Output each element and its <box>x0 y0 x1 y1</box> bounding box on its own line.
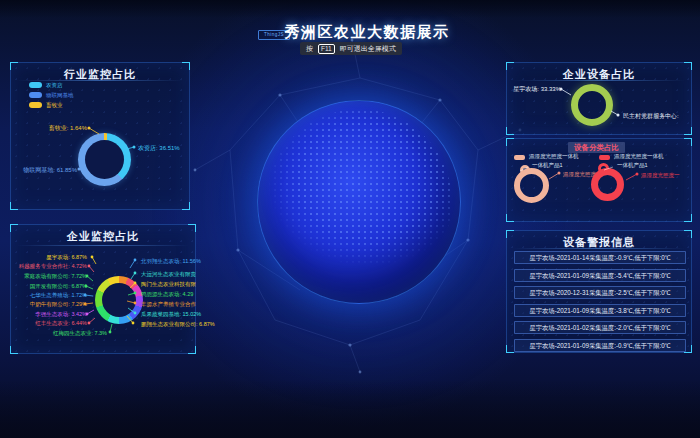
legend-swatch <box>514 155 525 160</box>
tip-prefix: 按 <box>306 45 313 52</box>
pie-label: 农资店: 36.51% <box>138 145 180 152</box>
legend-label[interactable]: 一体机产品1 <box>617 162 648 169</box>
pie-label: 星宇农场: 33.33% <box>509 86 561 93</box>
donut-hole <box>85 140 124 179</box>
pie-label: 鸭思源生态农场: 4.29 <box>141 291 193 298</box>
panel-device-classification: 设备分类占比 温湿度光照度一体机 一体机产品1 温湿度光照度一 温湿度光照度一体… <box>506 138 692 222</box>
corner-decoration <box>684 127 692 135</box>
fullscreen-tip: 按 F11 即可退出全屏模式 <box>300 42 402 55</box>
pie-label: 民主村党群服务中心: <box>623 113 679 120</box>
alarm-row: 星宇农场-2021-01-02采集温度:-2.0℃,低于下限:0℃ <box>514 321 686 334</box>
pie-label: 红丰生态农业: 6.44% <box>13 320 87 327</box>
donut-hole <box>102 283 136 317</box>
divider <box>17 245 189 246</box>
legend-swatch <box>29 82 42 88</box>
corner-decoration <box>10 346 18 354</box>
divider <box>513 248 685 249</box>
panel-title: 企业监控占比 <box>11 229 195 244</box>
legend-label: 畜牧业 <box>46 102 63 108</box>
class-donut-left[interactable] <box>514 168 549 203</box>
globe-dot-map <box>266 109 452 295</box>
top-band <box>0 0 700 18</box>
panel-industry-monitor: 行业监控占比 农资店 物联网基地 畜牧业 畜牧业: 1.64% 农资店: 36.… <box>10 62 190 210</box>
corner-decoration <box>506 138 514 146</box>
f11-key: F11 <box>318 44 335 54</box>
industry-donut-chart[interactable] <box>78 133 131 186</box>
corner-decoration <box>506 345 514 353</box>
enterprise-donut-chart[interactable] <box>95 276 143 324</box>
legend-label[interactable]: 温湿度光照度一体机 <box>614 153 664 160</box>
legend-swatch <box>599 155 610 160</box>
pie-label: 畜牧业: 1.64% <box>31 125 87 132</box>
panel-device-ratio: 企业设备占比 星宇农场: 33.33% 民主村党群服务中心: <box>506 62 692 135</box>
panel-title: 设备分类占比 <box>568 142 625 153</box>
pie-label: 北羽翔生态农场: 11.56% <box>141 258 201 265</box>
legend-label: 农资店 <box>46 82 63 88</box>
corner-decoration <box>10 202 18 210</box>
alarm-row: 星宇农场-2021-01-14采集温度:-0.9℃,低于下限:0℃ <box>514 251 686 264</box>
legend-swatch <box>29 102 42 108</box>
device-donut-chart[interactable] <box>571 84 613 126</box>
divider <box>17 80 183 81</box>
dashboard-screen: ThingJS 秀洲区农业大数据展示 按 F11 即可退出全屏模式 行业监控占比… <box>0 0 700 438</box>
panel-device-alarms: 设备警报信息 星宇农场-2021-01-14采集温度:-0.9℃,低于下限:0℃… <box>506 230 692 353</box>
alarm-row: 星宇农场-2021-01-09采集温度:-0.9℃,低于下限:0℃ <box>514 339 686 352</box>
corner-decoration <box>684 214 692 222</box>
alarm-row: 星宇农场-2020-12-31采集温度:-2.5℃,低于下限:0℃ <box>514 286 686 299</box>
pie-label: 科越服务专业合作社: 4.72% <box>13 263 87 270</box>
class-donut-right[interactable] <box>591 168 624 201</box>
legend-item[interactable]: 物联网基地 <box>29 92 74 99</box>
corner-decoration <box>182 202 190 210</box>
tip-suffix: 即可退出全屏模式 <box>340 45 396 52</box>
pie-label: 七华生态养殖场: 1.72% <box>13 292 87 299</box>
pie-label: 李强生态农场: 3.42% <box>13 311 87 318</box>
pie-label: 国开发有限公司: 6.87% <box>13 283 87 290</box>
corner-decoration <box>188 346 196 354</box>
class-donut-left-slice <box>520 165 530 175</box>
pie-label: 物联网基地: 61.85% <box>15 167 77 174</box>
pie-label: 中奶牛有限公司: 7.29% <box>13 301 87 308</box>
corner-decoration <box>684 138 692 146</box>
pie-label: 温湿度光照度一 <box>641 172 680 179</box>
pie-label: 丰源水产养殖专业合作社: 1. <box>141 301 196 308</box>
legend-label: 物联网基地 <box>46 92 74 98</box>
legend-swatch <box>29 92 42 98</box>
globe-visualization <box>257 100 461 304</box>
panel-enterprise-monitor: 企业监控占比 星宇农场: 6.87% 科越服务专业合作社: 4.72% 家庭农场… <box>10 224 196 354</box>
corner-decoration <box>506 214 514 222</box>
corner-decoration <box>506 127 514 135</box>
pie-label: 大运河生态农业有限责任公 <box>141 271 196 278</box>
legend-item[interactable]: 畜牧业 <box>29 102 63 109</box>
legend-item[interactable]: 农资店 <box>29 82 63 89</box>
divider <box>513 80 685 81</box>
legend-label[interactable]: 温湿度光照度一体机 <box>529 153 579 160</box>
pie-label: 鹏翔生态农业有限公司: 6.87% <box>141 321 215 328</box>
class-donut-right-slice <box>598 163 609 174</box>
pie-label: 星宇农场: 6.87% <box>13 254 87 261</box>
page-title: 秀洲区农业大数据展示 <box>262 23 472 42</box>
alarm-row: 星宇农场-2021-01-09采集温度:-3.8℃,低于下限:0℃ <box>514 304 686 317</box>
bottom-vignette <box>0 380 700 438</box>
pie-label: 陶门生态农业科技有限公 <box>141 281 196 288</box>
pie-label: 红梅园生态农业: 7.3% <box>41 330 107 337</box>
pie-label: 瓜果蔬菜园基地: 15.02% <box>141 311 201 318</box>
pie-label: 家庭农场有限公司: 7.72% <box>13 273 87 280</box>
alarm-row: 星宇农场-2021-01-09采集温度:-5.4℃,低于下限:0℃ <box>514 269 686 282</box>
